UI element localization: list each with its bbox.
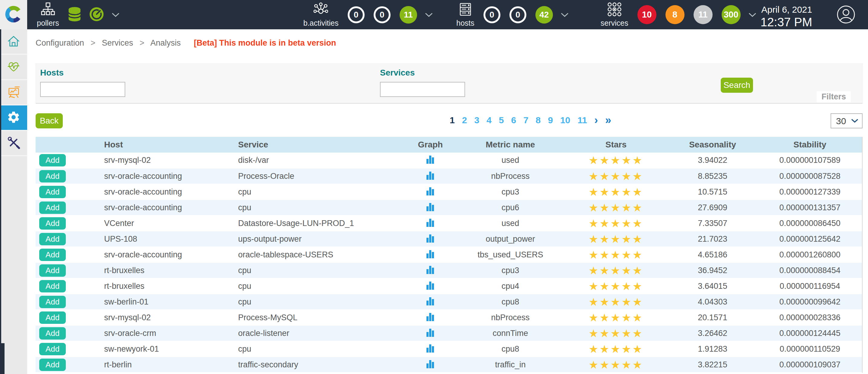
seasonality-cell: 21.7023 <box>667 231 758 247</box>
graph-icon[interactable] <box>427 328 434 337</box>
heart-pulse-icon <box>7 59 21 75</box>
services-ok-badge[interactable]: 300 <box>722 5 741 24</box>
graph-icon[interactable] <box>427 218 434 227</box>
ba-warning-badge[interactable]: 0 <box>374 6 391 23</box>
search-button[interactable]: Search <box>721 78 753 93</box>
stability-cell: 0.000000099642 <box>758 294 862 310</box>
breadcrumb-separator: > <box>140 38 144 48</box>
stars-rating: ★★★★★ <box>589 249 643 261</box>
services-group[interactable]: services 10 8 11 300 <box>600 0 756 29</box>
stability-cell: 0.000000028336 <box>758 310 862 325</box>
metric-name-cell: used <box>456 152 565 168</box>
breadcrumb-services[interactable]: Services <box>102 38 133 48</box>
sidebar-item-monitoring[interactable] <box>0 55 27 80</box>
add-button[interactable]: Add <box>39 358 66 371</box>
stability-cell: 0.000000131357 <box>758 200 862 215</box>
graph-icon[interactable] <box>427 296 434 306</box>
graph-icon[interactable] <box>427 265 434 274</box>
hosts-group[interactable]: hosts 0 0 42 <box>456 0 568 29</box>
add-button[interactable]: Add <box>39 233 66 245</box>
hosts-up-badge[interactable]: 42 <box>535 6 553 24</box>
page-link-10[interactable]: 10 <box>560 115 570 125</box>
ba-ok-badge[interactable]: 11 <box>400 6 417 24</box>
stars-rating: ★★★★★ <box>589 186 643 198</box>
ba-chevron-down-icon[interactable] <box>425 13 433 17</box>
hosts-filter-input[interactable] <box>40 82 125 97</box>
stars-rating: ★★★★★ <box>589 201 643 214</box>
services-filter-label: Services <box>380 68 465 78</box>
page-link-2[interactable]: 2 <box>462 115 467 125</box>
graph-icon[interactable] <box>427 171 434 180</box>
graph-icon[interactable] <box>427 312 434 321</box>
sidebar-item-configuration[interactable] <box>0 106 27 131</box>
centreon-logo[interactable] <box>0 0 27 29</box>
filters-panel-tab[interactable]: Filters <box>817 91 851 103</box>
col-metric-name: Metric name <box>456 137 565 152</box>
page-link-9[interactable]: 9 <box>548 115 553 125</box>
table-row: Add sw-berlin-01 cpu cpu8 ★★★★★ 4.04303 … <box>36 294 862 310</box>
gauge-icon[interactable] <box>89 7 104 23</box>
add-button[interactable]: Add <box>39 280 66 292</box>
graph-icon[interactable] <box>427 344 434 352</box>
add-button[interactable]: Add <box>39 296 66 308</box>
page-link-8[interactable]: 8 <box>536 115 541 125</box>
services-critical-badge[interactable]: 10 <box>638 5 656 24</box>
page-link-7[interactable]: 7 <box>523 115 528 125</box>
graph-icon[interactable] <box>427 281 434 290</box>
last-page-icon[interactable]: » <box>605 116 611 125</box>
metric-name-cell: output_power <box>456 231 565 247</box>
seasonality-cell: 3.26462 <box>667 325 758 341</box>
database-icon[interactable] <box>68 7 82 23</box>
metric-name-cell: connTime <box>456 325 565 341</box>
services-chevron-down-icon[interactable] <box>748 13 756 17</box>
graph-icon[interactable] <box>427 186 434 196</box>
pollers-chevron-down-icon[interactable] <box>112 13 120 17</box>
services-unknown-badge[interactable]: 11 <box>693 5 713 24</box>
page-link-6[interactable]: 6 <box>511 115 516 125</box>
add-button[interactable]: Add <box>39 327 66 340</box>
page-link-11[interactable]: 11 <box>578 115 587 125</box>
host-cell: sw-newyork-01 <box>97 341 230 357</box>
sidebar-item-home[interactable] <box>0 29 27 55</box>
graph-icon[interactable] <box>427 249 434 258</box>
add-button[interactable]: Add <box>39 312 66 324</box>
window-left-edge <box>0 29 1 374</box>
hosts-down-badge[interactable]: 0 <box>484 6 500 23</box>
add-button[interactable]: Add <box>39 264 66 277</box>
add-button[interactable]: Add <box>39 186 66 198</box>
hosts-unreachable-badge[interactable]: 0 <box>509 6 526 23</box>
user-avatar[interactable] <box>837 5 855 25</box>
ba-critical-badge[interactable]: 0 <box>348 6 365 23</box>
centreon-logo-icon <box>4 4 24 25</box>
host-cell: sw-berlin-01 <box>97 294 230 310</box>
page-size-select[interactable]: 30 <box>831 114 862 128</box>
hosts-filter-label: Hosts <box>40 68 125 78</box>
breadcrumb-configuration[interactable]: Configuration <box>36 38 84 48</box>
add-button[interactable]: Add <box>39 217 66 230</box>
add-button[interactable]: Add <box>39 249 66 261</box>
graph-icon[interactable] <box>427 155 434 164</box>
gear-icon <box>7 110 21 125</box>
graph-icon[interactable] <box>427 233 434 242</box>
page-link-3[interactable]: 3 <box>474 115 479 125</box>
page-link-4[interactable]: 4 <box>487 115 492 125</box>
add-button[interactable]: Add <box>39 201 66 214</box>
pollers-group[interactable]: pollers <box>37 0 120 29</box>
hosts-chevron-down-icon[interactable] <box>561 13 568 17</box>
services-filter-input[interactable] <box>380 82 465 97</box>
back-button[interactable]: Back <box>36 113 63 128</box>
add-button[interactable]: Add <box>39 343 66 355</box>
graph-icon[interactable] <box>427 202 434 211</box>
seasonality-cell: 4.04303 <box>667 294 758 310</box>
business-activities-group[interactable]: b.activities 0 0 11 <box>303 0 433 29</box>
next-page-icon[interactable]: › <box>594 116 598 125</box>
graph-icon[interactable] <box>427 359 434 368</box>
add-button[interactable]: Add <box>39 154 66 167</box>
page-link-1[interactable]: 1 <box>450 115 455 125</box>
seasonality-cell: 36.9452 <box>667 262 758 278</box>
add-button[interactable]: Add <box>39 170 66 182</box>
page-link-5[interactable]: 5 <box>499 115 504 125</box>
sidebar-item-administration[interactable] <box>0 131 27 156</box>
sidebar-item-reporting[interactable] <box>0 80 27 106</box>
services-warning-badge[interactable]: 8 <box>665 5 684 24</box>
